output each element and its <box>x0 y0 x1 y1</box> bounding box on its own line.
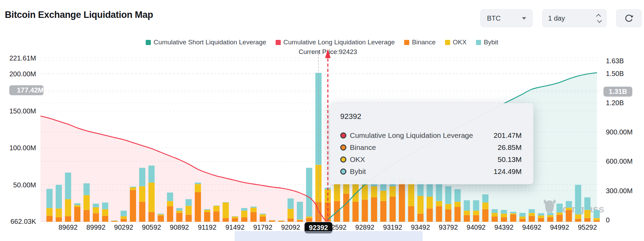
liquidation-bar[interactable] <box>84 183 90 222</box>
chart-tooltip: 92392 Cumulative Long Liquidation Levera… <box>330 103 533 184</box>
okx-bar-segment <box>297 220 303 220</box>
liquidation-bar[interactable] <box>473 200 479 222</box>
liquidation-bar[interactable] <box>380 182 387 222</box>
okx-bar-segment <box>491 213 498 217</box>
y-axis-left-label: 662.03K <box>2 218 36 226</box>
current-price-arrow-icon <box>325 49 331 58</box>
liquidation-bar[interactable] <box>501 210 507 222</box>
binance-bar-segment <box>491 217 498 222</box>
liquidation-bar[interactable] <box>65 173 71 222</box>
x-axis-label: 94092 <box>467 223 486 231</box>
liquidation-bar[interactable] <box>93 204 99 222</box>
binance-bar-segment <box>84 210 90 222</box>
bybit-bar-segment <box>556 204 563 212</box>
liquidation-bar[interactable] <box>371 180 377 222</box>
y-axis-right-label: 0 <box>606 216 610 224</box>
binance-bar-segment <box>288 218 294 222</box>
liquidation-bar[interactable] <box>297 202 303 222</box>
liquidation-bar[interactable] <box>418 181 424 222</box>
liquidation-bar[interactable] <box>593 210 600 222</box>
y-axis-right-label: 1.50B <box>606 70 624 78</box>
x-axis-label: 93492 <box>411 223 430 231</box>
liquidation-bar[interactable] <box>176 208 182 222</box>
binance-bar-segment <box>139 202 145 222</box>
okx-bar-segment <box>186 206 192 215</box>
liquidation-bar[interactable] <box>148 166 155 222</box>
liquidation-bar[interactable] <box>529 209 535 222</box>
liquidation-bar[interactable] <box>306 168 312 222</box>
liquidation-bar[interactable] <box>213 206 220 222</box>
liquidation-bar[interactable] <box>584 197 590 222</box>
liquidation-bar[interactable] <box>491 209 498 222</box>
liquidation-bar[interactable] <box>278 220 285 222</box>
okx-bar-segment <box>130 187 136 190</box>
liquidation-bar[interactable] <box>399 178 405 222</box>
okx-bar-segment <box>380 191 387 201</box>
liquidation-bar[interactable] <box>260 213 266 222</box>
bybit-bar-segment <box>213 206 220 206</box>
liquidation-bar[interactable] <box>139 168 145 222</box>
binance-bar-segment <box>130 190 136 222</box>
liquidation-bar[interactable] <box>102 202 108 222</box>
liquidation-bar[interactable] <box>482 194 488 222</box>
liquidation-bar[interactable] <box>121 211 127 222</box>
liquidation-bar[interactable] <box>436 183 442 222</box>
liquidation-bar[interactable] <box>454 189 460 222</box>
liquidation-bar[interactable] <box>464 200 470 222</box>
liquidation-bar[interactable] <box>426 181 433 222</box>
liquidation-bar[interactable] <box>111 220 118 222</box>
liquidation-bar[interactable] <box>390 179 396 222</box>
liquidation-bar[interactable] <box>408 179 414 222</box>
bybit-bar-segment <box>519 213 525 217</box>
okx-bar-segment <box>510 213 516 214</box>
liquidation-bar[interactable] <box>510 212 516 222</box>
okx-bar-segment <box>139 186 145 202</box>
liquidation-bar[interactable] <box>241 208 247 222</box>
liquidation-bar[interactable] <box>334 180 340 222</box>
binance-bar-segment <box>371 197 377 222</box>
tooltip-row-value: 26.85M <box>498 143 522 152</box>
liquidation-bar[interactable] <box>232 216 238 222</box>
liquidation-bar[interactable] <box>556 204 563 222</box>
liquidation-bar[interactable] <box>519 213 525 222</box>
liquidation-bar[interactable] <box>195 183 201 222</box>
binance-bar-segment <box>213 211 220 222</box>
liquidation-bar[interactable] <box>130 187 136 222</box>
binance-bar-segment <box>176 213 182 222</box>
liquidation-bar[interactable] <box>575 185 581 222</box>
liquidation-bar[interactable] <box>74 203 80 222</box>
bybit-bar-segment <box>445 186 451 204</box>
liquidation-bar[interactable] <box>223 202 229 222</box>
x-axis-label: 91792 <box>253 223 273 231</box>
okx-bar-segment <box>306 217 312 218</box>
liquidation-bar[interactable] <box>566 201 572 222</box>
bybit-bar-segment <box>538 213 544 215</box>
liquidation-bar[interactable] <box>186 199 192 222</box>
okx-bar-segment <box>575 215 581 219</box>
liquidation-bar[interactable] <box>269 220 275 222</box>
liquidation-bar[interactable] <box>158 213 164 222</box>
x-axis-label: 92092 <box>281 223 300 231</box>
bybit-bar-segment <box>204 209 210 210</box>
liquidation-bar[interactable] <box>288 198 294 222</box>
binance-bar-segment <box>353 202 359 222</box>
x-axis-label: 94992 <box>550 223 569 231</box>
okx-bar-segment <box>102 209 108 216</box>
liquidation-bar[interactable] <box>204 209 210 222</box>
liquidation-bar[interactable] <box>251 207 257 222</box>
liquidation-bar[interactable] <box>167 193 173 222</box>
liquidation-bar[interactable] <box>56 185 62 222</box>
binance-bar-segment <box>278 221 285 222</box>
bybit-bar-segment <box>223 202 229 202</box>
binance-series-dot <box>340 144 346 151</box>
x-axis-label: 95292 <box>578 223 597 231</box>
liquidation-bar[interactable] <box>547 213 553 222</box>
binance-bar-segment <box>473 215 479 222</box>
liquidation-bar[interactable] <box>445 186 451 222</box>
okx-bar-segment <box>436 201 442 206</box>
okx-bar-segment <box>529 213 535 216</box>
liquidation-bar[interactable] <box>538 213 544 222</box>
binance-bar-segment <box>436 206 442 222</box>
liquidation-bar[interactable] <box>353 180 359 222</box>
liquidation-bar[interactable] <box>46 189 53 222</box>
